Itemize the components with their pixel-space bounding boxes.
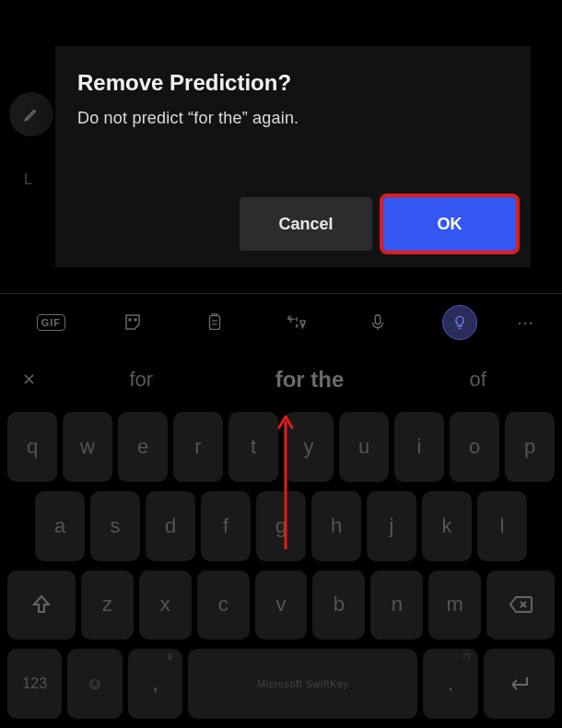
clipboard-icon [205, 311, 225, 334]
key-b[interactable]: b [312, 570, 365, 640]
key-m[interactable]: m [428, 570, 481, 640]
sticker-toolbar-button[interactable] [95, 304, 171, 341]
key-f[interactable]: f [201, 491, 251, 561]
key-emoji[interactable]: ☺ [67, 649, 122, 719]
translate-icon [285, 311, 309, 334]
key-v[interactable]: v [255, 570, 308, 640]
compose-button[interactable] [9, 92, 53, 136]
key-row-2: a s d f g h j k l [4, 491, 558, 561]
key-numbers[interactable]: 123 [7, 649, 62, 719]
lightbulb-icon [442, 305, 477, 340]
key-q[interactable]: q [7, 412, 57, 482]
dialog-actions: Cancel OK [240, 197, 516, 251]
remove-prediction-dialog: Remove Prediction? Do not predict “for t… [55, 46, 531, 267]
background-truncated-text: L [24, 171, 32, 188]
suggestion-bar: ✕ for for the of [0, 351, 562, 408]
enter-icon [507, 674, 531, 694]
key-t[interactable]: t [228, 412, 278, 482]
keyboard-toolbar: GIF ⋯ [0, 294, 562, 351]
key-backspace[interactable] [486, 570, 555, 640]
keyboard: GIF ⋯ ✕ for for the of q w e [0, 293, 562, 728]
key-comma[interactable]: 🎙 , [128, 649, 182, 719]
tips-toolbar-button[interactable] [422, 304, 498, 341]
dialog-body: Do not predict “for the” again. [77, 109, 509, 128]
key-shift[interactable] [7, 570, 76, 640]
keyboard-rows: q w e r t y u i o p a s d f g h j k l [0, 408, 562, 728]
key-r[interactable]: r [173, 412, 223, 482]
suggestion-left[interactable]: for [57, 368, 226, 392]
key-n[interactable]: n [370, 570, 423, 640]
comma-label: , [152, 672, 158, 696]
translate-toolbar-button[interactable] [258, 304, 334, 341]
key-o[interactable]: o [450, 412, 499, 482]
key-y[interactable]: y [284, 412, 334, 482]
svg-rect-3 [376, 315, 381, 324]
key-space[interactable]: Microsoft SwiftKey [188, 649, 417, 719]
backspace-icon [508, 594, 533, 615]
key-x[interactable]: x [139, 570, 192, 640]
key-g[interactable]: g [256, 491, 306, 561]
key-i[interactable]: i [394, 412, 444, 482]
key-enter[interactable] [484, 649, 555, 719]
svg-rect-2 [209, 316, 219, 330]
dialog-title: Remove Prediction? [77, 70, 509, 96]
key-z[interactable]: z [81, 570, 134, 640]
period-superscript: !? [463, 652, 471, 663]
gif-toolbar-button[interactable]: GIF [13, 304, 89, 341]
key-row-3: z x c v b n m [4, 570, 558, 640]
comma-superscript: 🎙 [166, 652, 175, 663]
cancel-button[interactable]: Cancel [240, 197, 372, 251]
dismiss-suggestions-button[interactable]: ✕ [0, 370, 57, 390]
shift-icon [30, 593, 53, 616]
key-c[interactable]: c [197, 570, 250, 640]
svg-point-1 [135, 319, 136, 321]
mic-toolbar-button[interactable] [340, 304, 416, 341]
key-k[interactable]: k [422, 491, 472, 561]
key-row-4: 123 ☺ 🎙 , Microsoft SwiftKey !? . [4, 649, 558, 719]
key-d[interactable]: d [146, 491, 195, 561]
key-j[interactable]: j [367, 491, 416, 561]
svg-point-0 [129, 319, 131, 321]
key-w[interactable]: w [63, 412, 112, 482]
key-s[interactable]: s [90, 491, 140, 561]
sticker-icon [122, 311, 144, 334]
key-period[interactable]: !? . [423, 649, 477, 719]
mic-icon [368, 311, 388, 334]
key-a[interactable]: a [35, 491, 85, 561]
more-toolbar-button[interactable]: ⋯ [503, 304, 549, 341]
key-h[interactable]: h [311, 491, 361, 561]
suggestion-right[interactable]: of [393, 368, 562, 392]
gif-icon: GIF [37, 314, 65, 331]
clipboard-toolbar-button[interactable] [176, 304, 252, 341]
key-e[interactable]: e [118, 412, 168, 482]
ok-button[interactable]: OK [383, 197, 516, 251]
key-p[interactable]: p [505, 412, 555, 482]
period-label: . [448, 672, 453, 696]
suggestion-center[interactable]: for the [226, 367, 394, 393]
key-u[interactable]: u [339, 412, 389, 482]
key-l[interactable]: l [477, 491, 527, 561]
key-row-1: q w e r t y u i o p [4, 412, 558, 482]
